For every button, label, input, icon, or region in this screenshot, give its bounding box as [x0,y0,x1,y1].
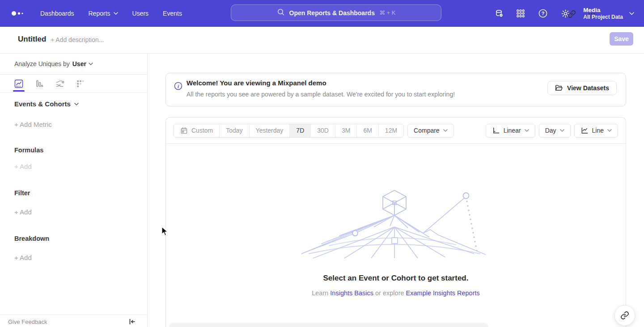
formulas-section-title: Formulas [14,147,43,154]
chevron-down-icon [74,103,79,105]
nav-dashboards[interactable]: Dashboards [40,10,74,17]
apps-grid-icon[interactable] [515,8,526,19]
date-range-today[interactable]: Today [220,124,249,137]
save-button[interactable]: Save [610,32,633,46]
chevron-down-icon [443,129,448,132]
date-range-3m[interactable]: 3M [335,124,357,137]
date-range-custom[interactable]: Custom [174,124,220,137]
linear-scale-icon [492,127,500,134]
compare-dropdown[interactable]: Compare [407,124,454,138]
date-range-30d-label: 30D [317,127,329,134]
date-range-today-label: Today [226,127,242,134]
date-range-12m[interactable]: 12M [379,124,403,137]
analyze-by-value: User [72,60,86,67]
date-range-yesterday-label: Yesterday [256,127,284,134]
search-shortcut: ⌘ + K [379,9,396,16]
tab-bar-chart[interactable] [35,79,44,92]
add-filter-button[interactable]: + Add [14,208,32,216]
events-cohorts-label: Events & Cohorts [14,100,71,108]
info-icon: i [174,82,182,92]
interval-dropdown[interactable]: Day [539,124,571,138]
learn-prefix: Learn [312,289,330,297]
report-title[interactable]: Untitled [18,35,46,44]
insights-basics-link[interactable]: Insights Basics [330,289,373,297]
nav-dashboards-label: Dashboards [40,10,74,17]
chevron-down-icon [114,12,118,15]
card-footer-peek [169,323,488,327]
selected-tab-indicator [13,90,25,92]
interval-label: Day [545,127,556,134]
calendar-icon [180,127,188,134]
date-range-3m-label: 3M [342,127,350,134]
link-icon [620,311,629,320]
date-range-12m-label: 12M [385,127,397,134]
date-range-yesterday[interactable]: Yesterday [250,124,290,137]
nav-users-label: Users [132,10,149,17]
help-icon[interactable]: ? [538,8,548,19]
tab-insights-chart[interactable] [14,79,23,92]
empty-state-links: Learn Insights Basics or explore Example… [165,289,626,297]
search-placeholder: Open Reports & Dashboards [289,9,375,17]
chevron-down-icon [629,12,634,15]
chart-type-label: Line [592,127,604,134]
copy-link-icon[interactable] [566,8,577,20]
share-link-button[interactable] [614,305,635,326]
add-breakdown-button[interactable]: + Add [14,254,32,261]
chart-type-dropdown[interactable]: Line [574,124,618,138]
date-range-7d-label: 7D [296,127,304,134]
example-reports-link[interactable]: Example Insights Reports [406,289,480,297]
nav-reports-label: Reports [89,10,110,17]
analyze-by-dropdown[interactable]: User [72,60,93,67]
nav-reports[interactable]: Reports [89,10,118,17]
banner-subtitle: All the reports you see are powered by a… [186,91,455,98]
mixpanel-logo-icon [11,9,26,18]
nav-events-label: Events [163,10,182,17]
chevron-down-icon [560,129,564,132]
search-icon [277,8,285,18]
report-description-placeholder[interactable]: + Add description... [51,36,104,43]
data-management-icon[interactable] [494,8,504,19]
empty-state-illustration [295,187,496,261]
line-chart-icon [580,127,589,134]
give-feedback-link[interactable]: Give Feedback [8,319,47,325]
svg-text:i: i [178,84,179,89]
tab-retention-grid[interactable] [76,79,85,92]
scale-dropdown[interactable]: Linear [486,124,535,138]
folder-open-icon [555,84,563,92]
empty-state-title: Select an Event or Cohort to get started… [165,274,626,283]
add-metric-button[interactable]: + Add Metric [14,121,52,128]
date-range-30d[interactable]: 30D [311,124,335,137]
breakdown-section-title: Breakdown [14,235,49,242]
mixpanel-logo[interactable] [11,9,26,18]
chart-toolbar: Custom Today Yesterday 7D 30D 3M 6M 12M … [166,117,626,144]
report-header: Untitled + Add description... [0,27,644,54]
banner-title: Welcome! You are viewing a Mixpanel demo [186,79,326,87]
chevron-down-icon [607,129,612,132]
view-datasets-button[interactable]: View Datasets [547,81,617,95]
date-range-6m[interactable]: 6M [357,124,378,137]
query-builder-sidebar: Analyze Uniques by User [0,54,148,327]
demo-welcome-banner: i Welcome! You are viewing a Mixpanel de… [165,73,626,106]
tab-flows[interactable] [55,79,64,92]
date-range-custom-label: Custom [191,127,213,134]
nav-users[interactable]: Users [132,10,149,17]
global-search[interactable]: Open Reports & Dashboards ⌘ + K [231,4,441,21]
scale-label: Linear [504,127,521,134]
nav-events[interactable]: Events [163,10,182,17]
view-datasets-label: View Datasets [567,84,609,92]
add-formula-button[interactable]: + Add [14,163,32,170]
chevron-down-icon [89,63,93,65]
chevron-down-icon [525,129,529,132]
top-navbar: Dashboards Reports Users Events Open Rep… [0,0,644,27]
compare-label: Compare [414,127,440,134]
events-cohorts-section[interactable]: Events & Cohorts [14,100,79,108]
date-range-segmented-control: Custom Today Yesterday 7D 30D 3M 6M 12M [174,124,404,138]
collapse-sidebar-icon[interactable] [128,318,137,327]
filter-section-title: Filter [14,189,30,197]
date-range-6m-label: 6M [363,127,372,134]
svg-text:?: ? [542,11,545,16]
analyze-uniques-label: Analyze Uniques by [14,60,70,67]
date-range-7d[interactable]: 7D [290,124,311,137]
more-options-button[interactable] [586,8,597,20]
or-explore-text: or explore [373,289,406,297]
